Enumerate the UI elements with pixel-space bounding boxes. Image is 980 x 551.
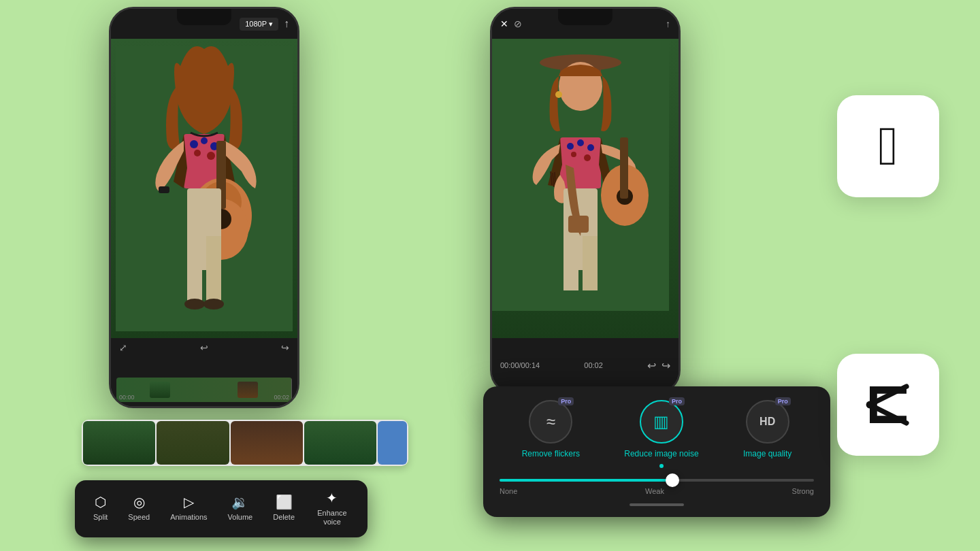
svg-point-4 [201,137,208,144]
svg-point-30 [584,154,591,161]
left-video-area [111,39,297,338]
strip-frame-5 [378,421,407,465]
toolbar-speed[interactable]: ◎ Speed [128,495,150,522]
capcut-logo-icon [858,374,919,435]
svg-rect-15 [206,236,221,304]
right-phone-bottom: 00:00 / 00:14 00:02 ↩ ↪ [492,338,679,393]
help-icon[interactable]: ⊘ [514,18,522,29]
svg-point-27 [577,139,584,146]
pro-badge-2: Pro [669,397,685,405]
active-indicator-dot [659,464,664,468]
svg-rect-36 [620,137,628,199]
pro-badge-1: Pro [558,397,574,405]
svg-point-29 [571,152,576,157]
undo-icon[interactable]: ↩ [200,342,208,353]
toolbar-delete[interactable]: ⬜ Delete [273,495,295,522]
close-button[interactable]: ✕ [500,18,508,29]
apple-app-badge[interactable]:  [837,95,939,197]
slider-track[interactable] [500,479,814,482]
right-upload-icon[interactable]: ↑ [666,18,670,29]
strip-frame-1 [83,421,155,465]
svg-point-17 [203,299,224,310]
enhance-option-remove-flickers[interactable]: Pro ≈ Remove flickers [522,400,580,468]
bottom-handle-bar [630,503,684,506]
pro-badge-3: Pro [775,397,791,405]
slider-fill [500,479,672,482]
svg-rect-38 [568,216,589,233]
svg-point-44 [866,401,874,409]
slider-labels: None Weak Strong [500,487,814,495]
remove-flickers-circle: Pro ≈ [529,400,572,444]
slider-thumb[interactable] [666,473,679,487]
image-quality-circle: Pro HD [746,400,789,444]
timeline-bar[interactable]: 00:00 00:02 [116,378,292,402]
right-undo-icon[interactable]: ↩ [647,359,656,372]
svg-point-26 [567,143,574,150]
enhance-panel: Pro ≈ Remove flickers Pro ▥ Reduce image… [483,386,830,517]
fullscreen-icon[interactable]: ⤢ [119,342,127,353]
enhance-option-reduce-noise[interactable]: Pro ▥ Reduce image noise [624,400,698,468]
capcut-app-badge[interactable] [837,354,939,456]
resolution-badge[interactable]: 1080P ▾ [240,18,278,31]
toolbar-animations[interactable]: ▷ Animations [170,495,207,522]
svg-line-33 [555,172,555,186]
enhance-options-row: Pro ≈ Remove flickers Pro ▥ Reduce image… [500,400,814,468]
strip-frame-3 [231,421,303,465]
girl-figure-right [492,39,669,311]
svg-point-6 [194,150,201,156]
toolbar-volume[interactable]: 🔉 Volume [228,495,253,522]
strip-frame-4 [304,421,376,465]
svg-rect-39 [564,236,578,290]
slider-area: None Weak Strong [500,479,814,495]
svg-point-16 [184,299,205,310]
svg-point-7 [207,152,215,160]
svg-rect-40 [583,236,598,290]
apple-logo-icon:  [878,119,898,173]
timeline-strip [82,420,408,466]
svg-point-24 [555,91,562,98]
phone-notch-left [177,9,231,25]
left-phone: 1080P ▾ ↑ [109,7,299,408]
svg-point-28 [587,144,594,151]
girl-figure-left [116,46,293,331]
svg-point-3 [190,140,198,148]
strip-frame-2 [157,421,229,465]
svg-rect-14 [187,236,202,304]
reduce-noise-circle: Pro ▥ [640,400,683,444]
redo-icon[interactable]: ↪ [281,342,289,353]
right-redo-icon[interactable]: ↪ [662,359,670,372]
left-phone-timeline: ⤢ ↩ ↪ 00:00 00:02 [111,338,297,406]
phone-notch-right [558,9,612,25]
right-timestamp-total: 00:14 [521,361,540,369]
right-timestamp-end: 00:02 [584,361,603,369]
right-video-area [492,39,679,338]
right-timestamp-start: 00:00 [500,361,519,369]
main-scene: 1080P ▾ ↑ [0,0,980,551]
upload-icon[interactable]: ↑ [284,18,289,30]
right-phone: ✕ ⊘ ↑ [490,7,681,395]
toolbar-enhance-voice[interactable]: ✦ Enhance voice [315,491,349,527]
enhance-option-image-quality[interactable]: Pro HD Image quality [743,400,791,468]
toolbar: ⬡ Split ◎ Speed ▷ Animations 🔉 Volume ⬜ … [75,480,368,537]
svg-rect-18 [159,186,169,193]
toolbar-split[interactable]: ⬡ Split [93,495,108,522]
